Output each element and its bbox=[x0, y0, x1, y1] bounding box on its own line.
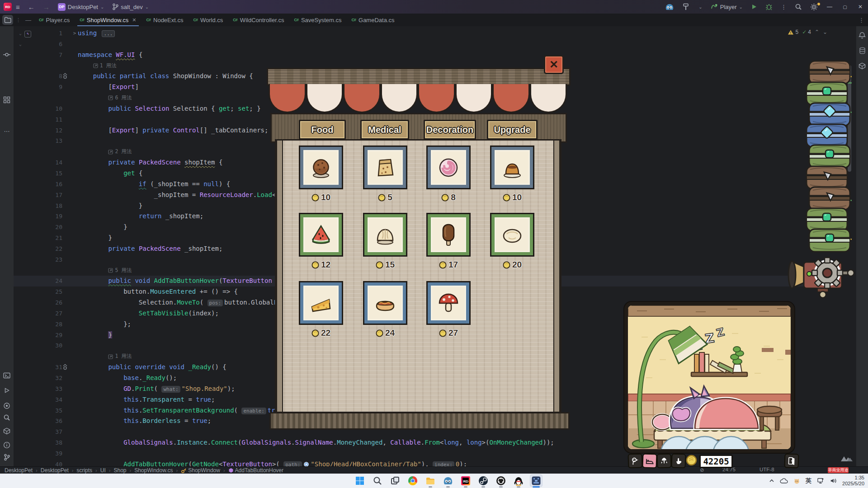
taskbar-steam-button[interactable] bbox=[477, 474, 490, 487]
volume-icon[interactable] bbox=[830, 478, 837, 484]
breadcrumb-item[interactable]: ShopWindow.cs bbox=[134, 467, 173, 474]
run-button[interactable] bbox=[747, 0, 761, 14]
editor-tab-player-cs[interactable]: C#Player.cs bbox=[34, 14, 75, 26]
minimize-button[interactable]: — bbox=[822, 0, 837, 14]
network-icon[interactable] bbox=[817, 478, 824, 484]
pet-tool-lamp-button[interactable] bbox=[656, 453, 671, 468]
breadcrumb-item[interactable]: Shop bbox=[113, 467, 126, 474]
usages-hint[interactable]: 5 用法 bbox=[108, 265, 132, 276]
usages-hint[interactable]: 2 用法 bbox=[108, 146, 132, 157]
shop-item-cheese[interactable] bbox=[299, 281, 343, 325]
tab-strip-more-button[interactable]: ⋮ bbox=[859, 14, 868, 26]
editor-tab-gamedata-cs[interactable]: C#GameData.cs bbox=[347, 14, 400, 26]
tool-search-stripe-button[interactable] bbox=[0, 414, 14, 421]
shop-item-hotdog[interactable] bbox=[363, 281, 407, 325]
breadcrumb-item[interactable]: DesktopPet bbox=[41, 467, 69, 474]
breadcrumb-item[interactable]: DesktopPet bbox=[5, 467, 33, 474]
prev-problem-button[interactable]: ⌃ bbox=[815, 29, 819, 35]
shop-item-cookie[interactable] bbox=[299, 145, 343, 189]
project-tool-window-button[interactable] bbox=[2, 15, 13, 25]
shop-item-mushroom[interactable] bbox=[426, 281, 471, 325]
shop-item-watermelon[interactable] bbox=[299, 213, 343, 257]
tool-target-stripe-button[interactable] bbox=[0, 402, 14, 409]
breadcrumb[interactable]: DesktopPet›DesktopPet›scripts›UI›Shop›Sh… bbox=[0, 467, 283, 474]
debug-button[interactable] bbox=[761, 0, 777, 14]
taskbar-qq-button[interactable] bbox=[512, 474, 525, 487]
breadcrumb-item[interactable]: AddTabButtonHover bbox=[228, 467, 283, 474]
tool-terminal-stripe-button[interactable] bbox=[0, 372, 14, 379]
run-config-selector[interactable]: Player⌄ bbox=[707, 0, 747, 14]
forward-button[interactable]: → bbox=[39, 0, 54, 14]
tray-clock[interactable]: 1:35 2025/5/20 bbox=[842, 475, 864, 487]
gear-machine[interactable] bbox=[788, 244, 860, 298]
next-problem-button[interactable]: ⌄ bbox=[823, 29, 827, 35]
editor-tab-shopwindow-cs[interactable]: C#ShopWindow.cs✕ bbox=[75, 14, 141, 26]
maximize-button[interactable]: ▢ bbox=[837, 0, 853, 14]
shop-item-swirl[interactable] bbox=[426, 145, 471, 189]
usages-hint[interactable]: 1 用法 bbox=[108, 351, 132, 362]
onedrive-cloud-icon[interactable] bbox=[780, 478, 788, 484]
breadcrumb-item[interactable]: UI bbox=[100, 467, 106, 474]
taskbar-folder-button[interactable] bbox=[424, 474, 437, 487]
project-selector[interactable]: DP DesktopPet⌄ bbox=[54, 0, 108, 14]
tool-package-stripe-button[interactable] bbox=[0, 427, 14, 435]
override-gutter-icon[interactable] bbox=[62, 362, 71, 373]
ime-indicator[interactable]: 英 bbox=[806, 477, 811, 485]
close-tab-icon[interactable]: ✕ bbox=[132, 17, 136, 23]
taskbar-start-button[interactable] bbox=[354, 474, 366, 487]
shop-tab-decoration[interactable]: Decoration bbox=[424, 120, 476, 140]
taskbar-godot-button[interactable] bbox=[442, 474, 454, 487]
usages-hint[interactable]: 6 用法 bbox=[108, 93, 132, 103]
branch-selector[interactable]: salt_dev⌄ bbox=[108, 0, 153, 14]
breadcrumb-item[interactable]: ShopWindow bbox=[181, 467, 220, 474]
taskbar-search-button[interactable] bbox=[371, 474, 384, 487]
search-everywhere-button[interactable] bbox=[791, 0, 806, 14]
breadcrumb-item[interactable]: scripts bbox=[76, 467, 92, 474]
editor-tab-wildcontroller-cs[interactable]: C#WildController.cs bbox=[228, 14, 289, 26]
door-button[interactable] bbox=[784, 453, 799, 468]
editor-tab-nodeext-cs[interactable]: C#NodeExt.cs bbox=[142, 14, 189, 26]
inspections-widget[interactable]: 5 ✓4 ⌃ ⌄ bbox=[788, 29, 827, 35]
close-button[interactable]: ✕ bbox=[853, 0, 868, 14]
shop-item-bag[interactable] bbox=[363, 145, 407, 189]
build-button[interactable] bbox=[678, 0, 694, 14]
pet-tool-hand-button[interactable] bbox=[671, 453, 686, 468]
taskbar-rider-button[interactable]: RD bbox=[459, 474, 472, 487]
tool-branch-stripe-button[interactable] bbox=[0, 454, 14, 461]
shop-close-button[interactable]: ✕ bbox=[544, 55, 564, 74]
build-options-chevron[interactable]: ⌄ bbox=[694, 0, 706, 14]
main-menu-button[interactable]: ≡ bbox=[12, 0, 24, 14]
tray-chevron-icon[interactable] bbox=[769, 478, 774, 483]
more-actions-button[interactable]: ⋮ bbox=[777, 0, 791, 14]
shop-tab-upgrade[interactable]: Upgrade bbox=[487, 120, 538, 140]
pet-tool-bed-button[interactable] bbox=[642, 453, 657, 468]
pet-tool-bird-button[interactable] bbox=[627, 453, 642, 468]
godot-editor-button[interactable] bbox=[661, 0, 678, 14]
back-button[interactable]: ← bbox=[24, 0, 39, 14]
override-gutter-icon[interactable] bbox=[62, 71, 71, 82]
more-stripe-button[interactable]: ⋯ bbox=[0, 128, 14, 135]
usages-hint[interactable]: 1 用法 bbox=[93, 61, 117, 71]
tool-db-stripe-button[interactable] bbox=[856, 47, 868, 54]
taskbar-chrome-button[interactable] bbox=[406, 474, 419, 487]
settings-button[interactable] bbox=[806, 0, 822, 14]
editor-tab-savesystem-cs[interactable]: C#SaveSystem.cs bbox=[289, 14, 346, 26]
taskbar-obs-button[interactable] bbox=[495, 474, 507, 487]
shop-tab-food[interactable]: Food bbox=[299, 120, 346, 140]
pet-app-tray-icon[interactable] bbox=[793, 478, 800, 484]
fold-toggle[interactable]: > bbox=[71, 28, 78, 39]
tool-bell-stripe-button[interactable] bbox=[856, 32, 868, 39]
editor-tab-world-cs[interactable]: C#World.cs bbox=[189, 14, 228, 26]
tool-playsm-stripe-button[interactable] bbox=[0, 387, 14, 394]
csharp-file-icon: C# bbox=[39, 18, 43, 22]
shop-tab-medical[interactable]: Medical bbox=[360, 120, 409, 140]
tool-commit-stripe-button[interactable] bbox=[0, 51, 14, 58]
tool-structure-stripe-button[interactable] bbox=[0, 96, 14, 103]
shop-item-pudding[interactable] bbox=[490, 145, 534, 189]
shop-item-bread[interactable] bbox=[490, 213, 534, 257]
shop-item-popsicle[interactable] bbox=[426, 213, 471, 257]
tool-info-stripe-button[interactable] bbox=[0, 441, 14, 449]
taskbar-taskview-button[interactable] bbox=[389, 474, 401, 487]
shop-item-dumpling[interactable] bbox=[363, 213, 407, 257]
taskbar-game-button[interactable] bbox=[530, 474, 542, 487]
